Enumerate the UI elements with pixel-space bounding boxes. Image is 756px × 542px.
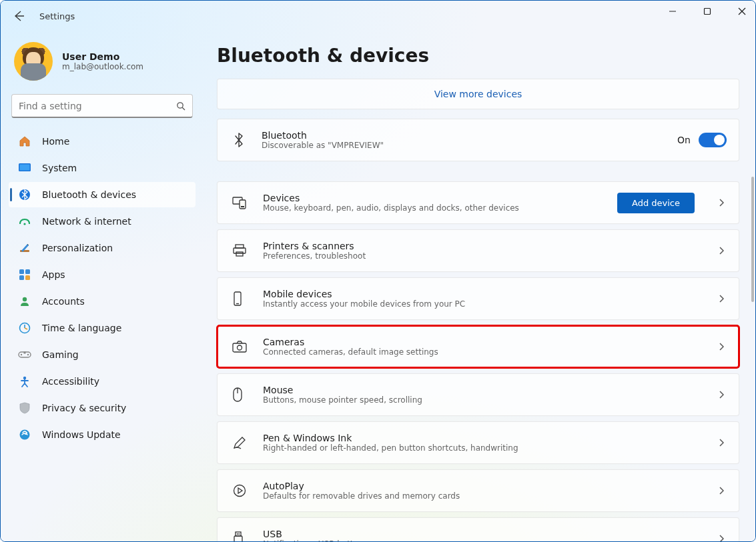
row-autoplay[interactable]: AutoPlay Defaults for removable drives a… — [217, 469, 739, 512]
page-title: Bluetooth & devices — [217, 45, 739, 67]
svg-point-10 — [23, 223, 25, 225]
row-title: AutoPlay — [263, 481, 700, 491]
sidebar-item-gaming[interactable]: Gaming — [9, 342, 196, 367]
accounts-icon — [18, 295, 31, 308]
row-subtitle: Buttons, mouse pointer speed, scrolling — [263, 395, 700, 405]
sidebar-item-label: Time & language — [42, 323, 121, 333]
network-internet-icon — [18, 215, 31, 228]
scrollbar[interactable] — [751, 177, 754, 302]
row-subtitle: Preferences, troubleshoot — [263, 251, 700, 261]
chevron-right-icon — [716, 484, 727, 497]
bluetooth-toggle[interactable] — [699, 133, 727, 147]
usb-icon — [232, 531, 247, 541]
pen-windows-ink-icon — [232, 435, 247, 450]
devices-icon — [232, 196, 247, 209]
sidebar-item-accounts[interactable]: Accounts — [9, 289, 196, 314]
profile[interactable]: User Demo m_lab@outlook.com — [6, 39, 198, 87]
sidebar-item-windows-update[interactable]: Windows Update — [9, 422, 196, 447]
chevron-right-icon — [716, 340, 727, 353]
personalization-icon — [18, 241, 31, 255]
bluetooth-state-label: On — [677, 135, 691, 145]
sidebar-item-label: Accessibility — [42, 376, 99, 387]
row-printers-scanners[interactable]: Printers & scanners Preferences, trouble… — [217, 229, 739, 272]
svg-rect-40 — [239, 533, 240, 535]
svg-rect-28 — [234, 248, 246, 253]
content: Bluetooth & devices View more devices Bl… — [206, 34, 755, 541]
sidebar-item-personalization[interactable]: Personalization — [9, 235, 196, 261]
sidebar-item-label: Bluetooth & devices — [42, 189, 136, 200]
add-device-button[interactable]: Add device — [617, 193, 695, 213]
back-button[interactable] — [13, 10, 25, 22]
view-more-devices[interactable]: View more devices — [217, 79, 739, 109]
row-title: Pen & Windows Ink — [263, 433, 700, 443]
apps-icon — [18, 268, 31, 281]
sidebar-item-system[interactable]: System — [9, 155, 196, 181]
close-button[interactable] — [737, 6, 747, 17]
svg-point-33 — [238, 345, 242, 350]
sidebar-item-accessibility[interactable]: Accessibility — [9, 369, 196, 394]
sidebar-item-label: System — [42, 163, 77, 173]
svg-rect-13 — [25, 269, 30, 274]
chevron-right-icon — [716, 436, 727, 449]
row-devices[interactable]: Devices Mouse, keyboard, pen, audio, dis… — [217, 181, 739, 224]
svg-rect-8 — [20, 165, 30, 171]
svg-rect-29 — [236, 252, 243, 256]
accessibility-icon — [18, 375, 31, 388]
svg-point-16 — [23, 297, 27, 301]
row-subtitle: Right-handed or left-handed, pen button … — [263, 443, 700, 453]
row-title: Printers & scanners — [263, 241, 700, 251]
svg-rect-14 — [19, 275, 24, 280]
svg-rect-32 — [233, 343, 246, 352]
settings-list: Devices Mouse, keyboard, pen, audio, dis… — [217, 181, 739, 541]
printers-scanners-icon — [232, 244, 247, 257]
row-title: Cameras — [263, 337, 700, 347]
row-pen-windows-ink[interactable]: Pen & Windows Ink Right-handed or left-h… — [217, 421, 739, 464]
sidebar-item-label: Home — [42, 136, 69, 147]
sidebar-item-bluetooth-devices[interactable]: Bluetooth & devices — [9, 182, 196, 207]
row-mobile-devices[interactable]: Mobile devices Instantly access your mob… — [217, 277, 739, 320]
svg-rect-38 — [234, 536, 242, 541]
sidebar-item-network-internet[interactable]: Network & internet — [9, 209, 196, 234]
svg-rect-26 — [241, 206, 244, 207]
mobile-devices-icon — [232, 291, 247, 306]
autoplay-icon — [232, 483, 247, 498]
bluetooth-icon — [232, 132, 246, 148]
svg-rect-25 — [240, 200, 246, 209]
svg-rect-11 — [20, 250, 29, 252]
maximize-button[interactable] — [702, 6, 713, 17]
minimize-button[interactable] — [667, 6, 678, 17]
profile-email: m_lab@outlook.com — [62, 62, 143, 71]
svg-rect-39 — [237, 533, 238, 535]
sidebar-item-apps[interactable]: Apps — [9, 262, 196, 287]
row-subtitle: Defaults for removable drives and memory… — [263, 491, 700, 501]
mouse-icon — [232, 387, 247, 402]
row-mouse[interactable]: Mouse Buttons, mouse pointer speed, scro… — [217, 373, 739, 416]
sidebar-item-label: Windows Update — [42, 429, 121, 440]
row-usb[interactable]: USB Notifications, USB battery saver — [217, 517, 739, 541]
row-title: Devices — [263, 193, 601, 203]
title-bar: Settings — [13, 10, 75, 22]
row-cameras[interactable]: Cameras Connected cameras, default image… — [217, 325, 739, 368]
chevron-right-icon — [716, 196, 727, 209]
search-box[interactable] — [11, 94, 193, 118]
window-controls — [667, 6, 747, 17]
row-subtitle: Mouse, keyboard, pen, audio, displays an… — [263, 203, 601, 213]
system-icon — [18, 161, 31, 175]
sidebar-item-time-language[interactable]: Time & language — [9, 315, 196, 341]
home-icon — [18, 135, 31, 148]
svg-rect-27 — [236, 245, 244, 248]
svg-point-36 — [234, 485, 246, 497]
windows-update-icon — [18, 428, 31, 441]
sidebar-item-label: Privacy & security — [42, 403, 126, 413]
search-icon — [176, 101, 185, 111]
search-input[interactable] — [19, 101, 169, 111]
row-subtitle: Instantly access your mobile devices fro… — [263, 299, 700, 309]
view-more-link[interactable]: View more devices — [434, 89, 522, 99]
bluetooth-devices-icon — [18, 188, 31, 201]
row-title: USB — [263, 529, 700, 539]
avatar — [14, 42, 53, 81]
svg-rect-1 — [705, 9, 711, 15]
row-subtitle: Notifications, USB battery saver — [263, 539, 700, 541]
sidebar-item-home[interactable]: Home — [9, 129, 196, 154]
sidebar-item-privacy-security[interactable]: Privacy & security — [9, 395, 196, 421]
